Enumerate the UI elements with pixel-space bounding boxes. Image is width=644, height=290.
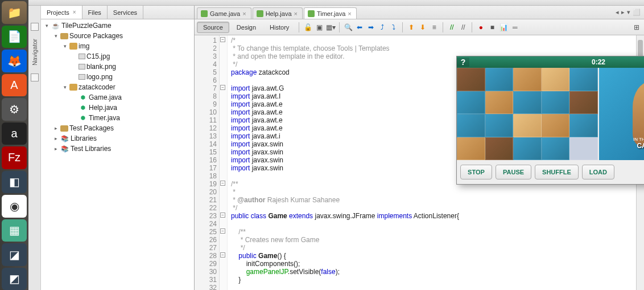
launcher-files-icon[interactable]: 📁 <box>2 1 27 24</box>
fold-toggle-icon[interactable]: − <box>220 252 225 258</box>
puzzle-tile[interactable] <box>513 91 542 115</box>
launcher-amazon-icon[interactable]: a <box>2 122 27 145</box>
launcher-chrome-icon[interactable]: ◉ <box>2 195 27 218</box>
puzzle-tile[interactable] <box>569 114 598 137</box>
puzzle-tile[interactable] <box>569 68 598 91</box>
toolbar-icon[interactable]: 🔓 <box>303 22 313 32</box>
tree-file[interactable]: blank.png <box>41 62 194 72</box>
navigator-toggle-icon[interactable] <box>31 23 39 31</box>
find-prev-icon[interactable]: 🔍 <box>343 22 353 32</box>
puzzle-tile[interactable] <box>485 114 514 137</box>
file-tab-help[interactable]: Help.java× <box>253 7 303 19</box>
launcher-settings-icon[interactable]: ⚙ <box>2 98 27 121</box>
launcher-app-icon[interactable]: ◧ <box>2 171 27 194</box>
puzzle-tile[interactable] <box>542 68 570 91</box>
puzzle-tile[interactable] <box>485 68 514 91</box>
launcher-software-icon[interactable]: A <box>2 74 27 97</box>
fold-toggle-icon[interactable]: − <box>220 37 225 42</box>
puzzle-tile[interactable] <box>457 91 485 115</box>
tree-file[interactable]: C15.jpg <box>41 51 194 62</box>
reference-image: GARFIELD IN THEATRES NOW! CAT-ITUDE <box>599 68 644 160</box>
puzzle-board[interactable] <box>457 68 598 160</box>
toolbar-icon[interactable]: ⬆ <box>406 22 416 32</box>
puzzle-empty-slot[interactable] <box>569 137 598 161</box>
tree-package-img[interactable]: ▾img <box>41 41 194 51</box>
nav-icon[interactable]: ➡ <box>366 22 376 32</box>
toolbar-icon[interactable]: 📊 <box>498 22 509 32</box>
fold-column[interactable]: −−−−−− <box>220 35 228 290</box>
puzzle-tile[interactable] <box>542 114 570 137</box>
tab-next-icon[interactable]: ▸ <box>621 9 625 16</box>
launcher-app-icon[interactable]: ◪ <box>2 243 27 266</box>
nav-icon[interactable]: ⤵ <box>389 22 399 32</box>
launcher-filezilla-icon[interactable]: Fz <box>2 146 27 169</box>
launcher-app-icon[interactable]: ▦ <box>2 219 27 242</box>
close-icon[interactable]: × <box>294 10 298 17</box>
fold-toggle-icon[interactable]: − <box>220 228 225 234</box>
help-button[interactable]: ? <box>457 58 469 67</box>
tree-libraries[interactable]: ▸📚Libraries <box>41 133 194 144</box>
puzzle-tile[interactable] <box>485 137 514 161</box>
file-tab-timer[interactable]: Timer.java× <box>304 7 357 19</box>
tab-list-icon[interactable]: ▾ <box>627 9 630 16</box>
close-icon[interactable]: × <box>242 10 246 17</box>
project-tree[interactable]: ▾☕TilePuzzleGame ▾Source Packages ▾img C… <box>41 19 194 290</box>
find-next-icon[interactable]: ⬅ <box>354 22 365 32</box>
stop-icon[interactable]: ■ <box>487 22 497 32</box>
shuffle-button[interactable]: SHUFFLE <box>535 165 579 179</box>
launcher-app-icon[interactable]: ◩ <box>2 268 27 291</box>
toolbar-icon[interactable]: ▦▾ <box>325 22 336 32</box>
puzzle-tile[interactable] <box>457 137 485 161</box>
tab-services[interactable]: Services <box>108 6 143 19</box>
navigator-toggle-icon[interactable] <box>31 73 39 81</box>
tree-test-libraries[interactable]: ▸📚Test Libraries <box>41 144 194 154</box>
puzzle-tile[interactable] <box>457 114 485 137</box>
toolbar-icon[interactable]: ▣ <box>314 22 324 32</box>
close-icon[interactable]: × <box>348 10 351 17</box>
toolbar-icon[interactable]: ≡ <box>429 22 439 32</box>
nav-icon[interactable]: ⤴ <box>377 22 387 32</box>
comment-icon[interactable]: // <box>447 22 457 32</box>
tab-files[interactable]: Files <box>82 6 108 19</box>
tree-project-root[interactable]: ▾☕TilePuzzleGame <box>41 21 194 31</box>
puzzle-tile[interactable] <box>513 68 542 91</box>
launcher-libreoffice-icon[interactable]: 📄 <box>2 26 27 48</box>
movie-tagline: CAT-ITUDE <box>599 142 644 150</box>
file-tab-game[interactable]: Game.java× <box>197 7 251 19</box>
tree-test-packages[interactable]: ▸Test Packages <box>41 123 194 133</box>
navigator-label[interactable]: Navigator <box>31 36 38 68</box>
tree-file[interactable]: logo.png <box>41 72 194 82</box>
view-history-button[interactable]: History <box>263 22 295 33</box>
puzzle-tile[interactable] <box>513 114 542 137</box>
toolbar-icon[interactable]: ═ <box>510 22 520 32</box>
puzzle-tile[interactable] <box>513 137 542 161</box>
tab-prev-icon[interactable]: ◂ <box>616 9 619 16</box>
puzzle-tile[interactable] <box>542 137 570 161</box>
split-icon[interactable]: ⊞ <box>631 22 642 32</box>
close-icon[interactable]: × <box>73 9 76 15</box>
puzzle-tile[interactable] <box>457 68 485 91</box>
fold-toggle-icon[interactable]: − <box>220 181 225 186</box>
toolbar-icon[interactable]: ⬇ <box>418 22 428 32</box>
uncomment-icon[interactable]: // <box>458 22 468 32</box>
launcher-firefox-icon[interactable]: 🦊 <box>2 50 27 72</box>
fold-toggle-icon[interactable]: − <box>220 85 225 90</box>
tree-file-java[interactable]: ⬢Timer.java <box>41 113 194 123</box>
maximize-icon[interactable]: ⬜ <box>633 9 641 16</box>
pause-button[interactable]: PAUSE <box>496 165 531 179</box>
view-source-button[interactable]: Source <box>197 22 229 33</box>
game-titlebar[interactable]: ? 0:22 X <box>457 56 644 68</box>
puzzle-tile[interactable] <box>569 91 598 115</box>
view-design-button[interactable]: Design <box>230 22 262 33</box>
load-button[interactable]: LOAD <box>582 165 614 179</box>
record-icon[interactable]: ● <box>476 22 486 32</box>
tab-projects[interactable]: Projects× <box>41 6 82 19</box>
tree-package-code[interactable]: ▾zatackcoder <box>41 82 194 92</box>
puzzle-tile[interactable] <box>542 91 570 115</box>
stop-button[interactable]: STOP <box>460 165 492 179</box>
tree-source-packages[interactable]: ▾Source Packages <box>41 31 194 41</box>
puzzle-tile[interactable] <box>485 91 514 115</box>
tree-file-java[interactable]: ⬢Game.java <box>41 92 194 103</box>
tree-file-java[interactable]: ⬢Help.java <box>41 103 194 113</box>
fold-toggle-icon[interactable]: − <box>220 213 225 218</box>
